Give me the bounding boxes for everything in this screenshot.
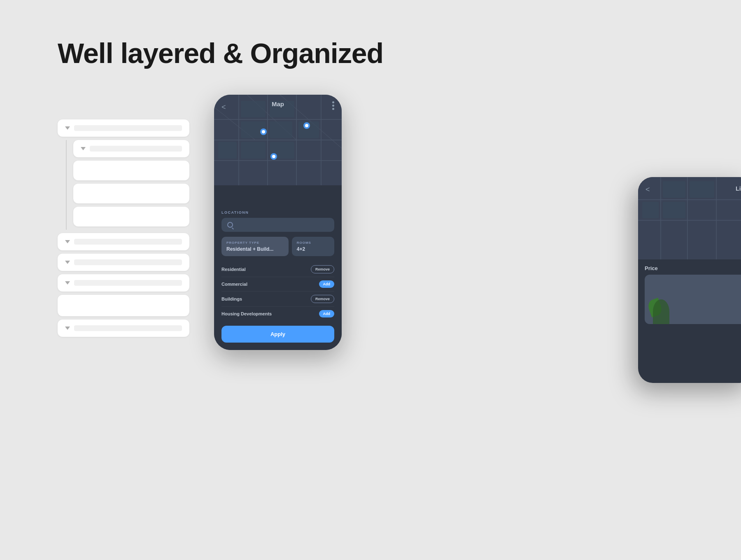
rooms-value: 4+2: [297, 246, 329, 252]
dropdown-row-5[interactable]: [58, 274, 189, 292]
plant-body: [653, 299, 669, 324]
sub-item-1: [73, 161, 189, 180]
right-phone-list-button[interactable]: List: [736, 185, 741, 192]
dropdown-row-4[interactable]: [58, 254, 189, 271]
prop-rooms-row: PROPERTY TYPE Residental + Build... ROOM…: [221, 237, 334, 256]
svg-point-23: [272, 155, 275, 158]
property-type-value: Residental + Build...: [226, 246, 284, 252]
list-item-residential: Residential Remove: [221, 262, 334, 277]
price-label: Price: [645, 265, 741, 271]
chevron-down-icon-4: [65, 261, 70, 264]
list-item-commercial: Commercial Add: [221, 277, 334, 292]
dropdown-4-text: [74, 259, 182, 265]
card-image: [645, 275, 741, 324]
left-panel: [58, 119, 189, 340]
dropdown-1-text: [74, 125, 182, 131]
svg-rect-13: [270, 121, 292, 138]
apply-button[interactable]: Apply: [221, 326, 334, 343]
prop-name-housing: Housing Developments: [221, 311, 272, 316]
svg-rect-32: [663, 202, 685, 218]
search-icon: [227, 222, 233, 228]
add-housing-button[interactable]: Add: [319, 310, 335, 317]
center-phone: < Map LOCATIONN PROPERTY TYPE Residental…: [214, 95, 342, 350]
right-phone-card: Price: [638, 259, 741, 330]
nested-section: [66, 140, 189, 230]
dropdown-row-6[interactable]: [58, 320, 189, 337]
remove-residential-button[interactable]: Remove: [311, 265, 334, 273]
svg-rect-29: [663, 181, 685, 198]
text-input-row[interactable]: [58, 295, 189, 316]
list-item-buildings: Buildings Remove: [221, 292, 334, 307]
rooms-tab[interactable]: ROOMS 4+2: [292, 237, 334, 256]
list-item-housing: Housing Developments Add: [221, 307, 334, 321]
property-type-label: PROPERTY TYPE: [226, 241, 284, 245]
map-back-button[interactable]: <: [221, 103, 226, 112]
chevron-down-icon: [65, 126, 70, 130]
right-phone-map: < List: [638, 177, 741, 259]
dropdown-row-2[interactable]: [73, 140, 189, 157]
svg-rect-15: [218, 142, 237, 159]
svg-rect-30: [690, 181, 714, 198]
chevron-down-icon-6: [65, 327, 70, 330]
page-title: Well layered & Organized: [58, 37, 383, 69]
remove-buildings-button[interactable]: Remove: [311, 295, 334, 303]
map-menu-icon[interactable]: [332, 101, 334, 110]
dropdown-3-text: [74, 239, 182, 245]
property-type-tab[interactable]: PROPERTY TYPE Residental + Build...: [221, 237, 289, 256]
right-phone: < List Price: [638, 177, 741, 383]
map-area: < Map: [214, 95, 342, 185]
bottom-sheet: LOCATIONN PROPERTY TYPE Residental + Bui…: [214, 204, 342, 350]
rooms-label: ROOMS: [297, 241, 329, 245]
prop-name-buildings: Buildings: [221, 296, 242, 301]
svg-rect-16: [241, 142, 266, 159]
dropdown-2-text: [90, 146, 182, 152]
add-commercial-button[interactable]: Add: [319, 280, 335, 288]
svg-point-19: [262, 130, 265, 133]
prop-name-residential: Residential: [221, 267, 246, 272]
property-list: Residential Remove Commercial Add Buildi…: [221, 262, 334, 321]
svg-rect-10: [241, 101, 266, 117]
dropdown-row-1[interactable]: [58, 119, 189, 137]
sub-item-3: [73, 207, 189, 226]
svg-rect-31: [642, 202, 659, 218]
search-bar[interactable]: [221, 218, 334, 232]
chevron-down-icon-2: [81, 147, 86, 150]
sub-item-2: [73, 184, 189, 203]
chevron-down-icon-3: [65, 240, 70, 243]
location-section-label: LOCATIONN: [221, 210, 334, 215]
dropdown-row-3[interactable]: [58, 233, 189, 250]
svg-point-21: [305, 124, 308, 127]
dropdown-5-text: [74, 280, 182, 286]
chevron-down-icon-5: [65, 281, 70, 285]
map-label: Map: [272, 100, 284, 107]
dropdown-6-text: [74, 325, 182, 331]
right-phone-back-button[interactable]: <: [645, 185, 650, 194]
prop-name-commercial: Commercial: [221, 282, 247, 287]
